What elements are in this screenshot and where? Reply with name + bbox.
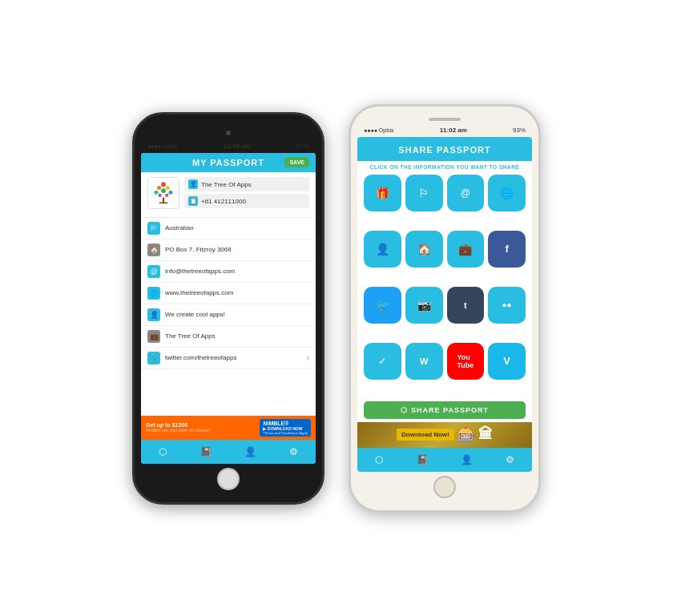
camera-dot-1 (226, 131, 231, 135)
profile-row: 👤 The Tree Of Apps 📋 +61 412111000 (147, 177, 309, 209)
profile-phone-row: 📋 +61 412111000 (184, 194, 309, 208)
svg-point-3 (154, 190, 158, 194)
home-button-2[interactable] (433, 476, 456, 498)
grid-email-icon[interactable]: @ (447, 175, 485, 212)
grid-flickr-icon[interactable]: ●● (488, 287, 526, 324)
ad-nimble-badge[interactable]: NIMBLE® ▶ DOWNLOAD NOW *Terms and Condit… (260, 419, 311, 437)
info-list: 🏳 Australian 🏠 PO Box 7, Fitzroy 3068 @ … (141, 218, 316, 416)
web-icon: 🌐 (147, 287, 160, 300)
grid-flag-icon[interactable]: 🏳 (405, 175, 443, 212)
profile-info: 👤 The Tree Of Apps 📋 +61 412111000 (184, 177, 309, 208)
svg-point-4 (161, 188, 166, 193)
icon-grid: 🎁 🏳 @ 🌐 👤 🏠 💼 f 🐦 📷 t ●● ✓ W YouTube V (357, 171, 532, 398)
status-bar-1: ●●●● Optus 11:29 am 87% (141, 140, 316, 153)
share-header-title: SHARE PASSPORT (398, 145, 490, 155)
bio-icon: 👤 (147, 308, 160, 321)
nav-contacts-1[interactable]: 📓 (195, 444, 219, 460)
email-icon: @ (147, 265, 160, 278)
grid-youtube-icon[interactable]: YouTube (447, 343, 485, 380)
profile-section: 👤 The Tree Of Apps 📋 +61 412111000 (141, 172, 316, 218)
company-text: The Tree Of Apps (165, 332, 216, 340)
time-2: 11:02 am (440, 127, 467, 134)
company-icon: 💼 (147, 330, 160, 343)
grid-home-icon[interactable]: 🏠 (405, 231, 443, 268)
nav-settings-1[interactable]: ⚙ (282, 444, 306, 460)
screen-1: MY PASSPORT SAVE (141, 153, 316, 464)
pyramid-icon: 🏛 (478, 426, 493, 443)
carrier-2: ●●●● Optus (364, 127, 394, 133)
list-item-website[interactable]: 🌐 www.thetreeofapps.com (141, 283, 316, 304)
nav-share-2[interactable]: ⬡ (367, 452, 391, 468)
home-icon: 🏠 (147, 244, 160, 256)
grid-check-icon[interactable]: ✓ (364, 343, 401, 380)
grid-twitter-icon[interactable]: 🐦 (364, 287, 401, 324)
nav-profile-2[interactable]: 👤 (454, 452, 478, 468)
grid-tumblr-icon[interactable]: t (447, 287, 485, 324)
status-bar-2: ●●●● Optus 11:02 am 93% (357, 124, 532, 137)
grid-vimeo-icon[interactable]: V (488, 343, 526, 380)
bonus-icon: 🎰 (457, 426, 475, 444)
share-app-header: SHARE PASSPORT (357, 137, 532, 161)
bottom-nav-1: ⬡ 📓 👤 ⚙ (141, 440, 316, 464)
nimble-terms: *Terms and Conditions Apply (263, 431, 308, 435)
svg-point-2 (166, 186, 170, 190)
share-subtitle: CLICK ON THE INFORMATION YOU WANT TO SHA… (357, 161, 532, 171)
carrier-1: ●●●● Optus (147, 143, 178, 149)
phone-icon: 📋 (188, 196, 198, 206)
list-item-company[interactable]: 💼 The Tree Of Apps (141, 326, 316, 348)
phone-2: ●●●● Optus 11:02 am 93% SHARE PASSPORT C… (349, 104, 541, 513)
nav-contacts-2[interactable]: 📓 (411, 452, 435, 468)
bio-text: We create cool apps! (165, 311, 225, 318)
profile-name-row: 👤 The Tree Of Apps (184, 177, 309, 191)
app-header-1: MY PASSPORT SAVE (141, 153, 316, 172)
nav-share-1[interactable]: ⬡ (151, 444, 175, 460)
nav-settings-2[interactable]: ⚙ (498, 452, 522, 468)
share-btn-label: SHARE PASSPORT (411, 406, 489, 414)
share-passport-button[interactable]: ⬡ SHARE PASSPORT (364, 401, 526, 419)
ad-banner-1[interactable]: Get up to $1200 RevMob ads paid within 6… (141, 416, 316, 440)
share-icon-btn: ⬡ (401, 406, 408, 414)
download-banner[interactable]: Download Now! 🎰 🏛 (357, 422, 532, 448)
grid-facebook-icon[interactable]: f (488, 231, 526, 268)
main-scene: ●●●● Optus 11:29 am 87% MY PASSPORT SAVE (0, 0, 673, 616)
list-item-bio[interactable]: 👤 We create cool apps! (141, 304, 316, 326)
svg-point-7 (165, 193, 168, 196)
flag-icon: 🏳 (147, 222, 160, 235)
svg-rect-9 (159, 202, 168, 203)
profile-name: The Tree Of Apps (201, 181, 252, 188)
chevron-icon: › (307, 353, 309, 362)
battery-1: 87% (296, 143, 309, 150)
battery-2: 93% (513, 127, 526, 134)
ad-revmob-text: RevMob ads paid within 60 minutes* (146, 428, 211, 433)
nimble-brand: NIMBLE® (263, 421, 308, 426)
profile-logo (147, 177, 179, 209)
save-button[interactable]: SAVE (284, 157, 309, 167)
profile-phone: +61 412111000 (201, 198, 246, 205)
time-1: 11:29 am (224, 143, 251, 150)
svg-point-5 (168, 190, 172, 194)
website-text: www.thetreeofapps.com (165, 289, 233, 296)
speaker-2 (429, 118, 461, 121)
list-item-nationality[interactable]: 🏳 Australian (141, 218, 316, 240)
ad-main-text: Get up to $1200 (146, 422, 211, 428)
screen-2: SHARE PASSPORT CLICK ON THE INFORMATION … (357, 137, 532, 472)
email-text: info@thetreeofapps.com (165, 268, 235, 275)
svg-point-6 (159, 193, 162, 196)
person-icon: 👤 (188, 179, 198, 189)
tree-logo-svg (149, 179, 178, 207)
grid-wordpress-icon[interactable]: W (405, 343, 443, 380)
list-item-email[interactable]: @ info@thetreeofapps.com (141, 261, 316, 283)
grid-briefcase-icon[interactable]: 💼 (447, 231, 485, 268)
home-button-1[interactable] (217, 468, 240, 490)
grid-web-icon[interactable]: 🌐 (488, 175, 526, 212)
grid-instagram-icon[interactable]: 📷 (405, 287, 443, 324)
grid-profile-icon[interactable]: 👤 (364, 231, 401, 268)
notch-1 (141, 123, 316, 140)
svg-point-0 (161, 182, 166, 187)
svg-point-1 (157, 186, 161, 190)
grid-gift-icon[interactable]: 🎁 (364, 175, 401, 212)
nav-profile-1[interactable]: 👤 (238, 444, 262, 460)
nimble-cta: ▶ DOWNLOAD NOW (263, 426, 308, 431)
list-item-twitter[interactable]: 🐦 twitter.com/thetreeofapps › (141, 348, 316, 369)
list-item-address[interactable]: 🏠 PO Box 7, Fitzroy 3068 (141, 240, 316, 261)
